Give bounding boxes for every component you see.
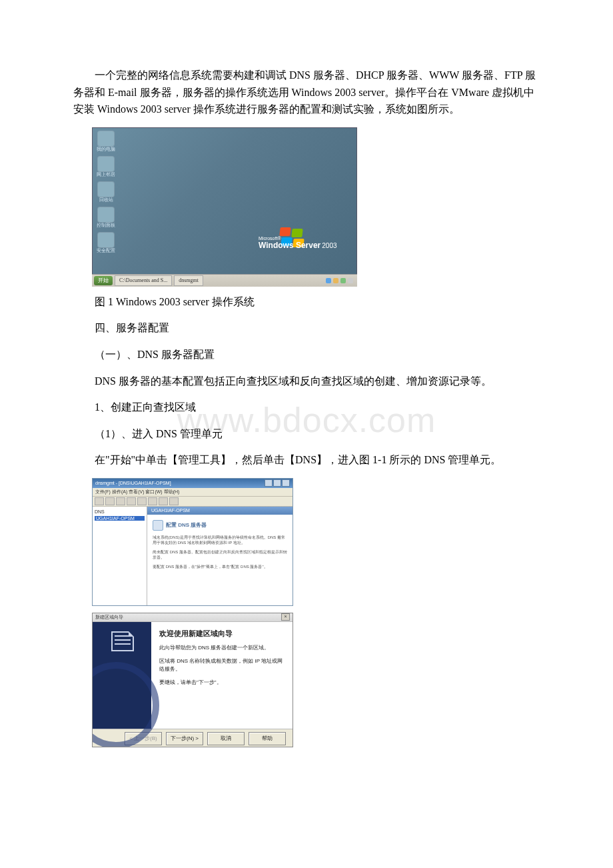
step-1-1-desc: 在"开始"中单击【管理工具】，然后单击【DNS】，进入图 1-1 所示的 DNS… — [73, 451, 540, 469]
figure-caption-1: 图 1 Windows 2003 server 操作系统 — [73, 293, 540, 311]
windows-desktop-screenshot: 我的电脑 网上邻居 回收站 控制面板 安全配置 Microsoft® Windo… — [92, 127, 357, 287]
mmc-titlebar: dnsmgmt - [DNS\UGAH1IAF-OPSM] — [93, 479, 293, 488]
mmc-tree[interactable]: DNS UGAH1IAF-OPSM — [93, 507, 147, 606]
dns-description: DNS 服务器的基本配置包括正向查找区域和反向查找区域的创建、增加资源记录等。 — [73, 373, 540, 390]
taskbar: 开始 C:\Documents and S... dnsmgmt — [92, 274, 357, 287]
step-1: 1、创建正向查找区域 — [73, 399, 540, 416]
desktop-icon-label: 安全配置 — [97, 248, 115, 253]
system-tray — [322, 278, 357, 283]
heading-4-1: （一）、DNS 服务器配置 — [73, 346, 540, 363]
dns-mmc-screenshot: dnsmgmt - [DNS\UGAH1IAF-OPSM] 文件(F) 操作(A… — [92, 478, 293, 606]
intro-paragraph: 一个完整的网络信息系统需要构建和调试 DNS 服务器、DHCP 服务器、WWW … — [73, 67, 540, 118]
mmc-menubar[interactable]: 文件(F) 操作(A) 查看(V) 窗口(W) 帮助(H) — [93, 488, 293, 497]
windows-brand-text: Microsoft® Windows Server2003 — [259, 236, 337, 250]
window-controls[interactable] — [265, 479, 290, 487]
step-1-1: （1）、进入 DNS 管理单元 — [73, 425, 540, 443]
heading-4: 四、服务器配置 — [73, 319, 540, 337]
wizard-titlebar: 新建区域向导 × — [93, 613, 293, 622]
taskbar-button[interactable]: dnsmgmt — [174, 275, 203, 286]
desktop-icon-label: 回收站 — [99, 197, 113, 203]
close-icon[interactable]: × — [281, 613, 290, 621]
mmc-toolbar[interactable] — [93, 497, 293, 507]
wizard-banner — [93, 622, 151, 729]
help-button[interactable]: 帮助 — [249, 732, 286, 745]
document-icon — [111, 631, 134, 651]
desktop-icon-label: 控制面板 — [97, 223, 115, 228]
wizard-heading: 欢迎使用新建区域向导 — [159, 629, 285, 639]
new-zone-wizard-screenshot: 新建区域向导 × 欢迎使用新建区域向导 此向导帮助您为 DNS 服务器创建一个新… — [92, 613, 293, 747]
taskbar-button[interactable]: C:\Documents and S... — [115, 275, 172, 286]
start-button[interactable]: 开始 — [94, 276, 113, 285]
mmc-content: UGAH1IAF-OPSM 配置 DNS 服务器 域名系统(DNS)是用于查找计… — [147, 507, 293, 606]
wizard-content: 欢迎使用新建区域向导 此向导帮助您为 DNS 服务器创建一个新区域。 区域将 D… — [151, 622, 293, 729]
next-button[interactable]: 下一步(N) > — [166, 732, 203, 745]
desktop-icon-label: 我的电脑 — [97, 147, 115, 152]
desktop-icon-label: 网上邻居 — [97, 172, 115, 177]
cancel-button[interactable]: 取消 — [207, 732, 245, 745]
info-icon — [153, 520, 163, 531]
